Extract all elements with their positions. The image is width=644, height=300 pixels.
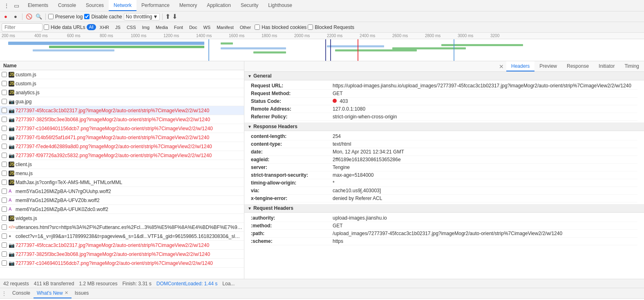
console-tab-console[interactable]: Console xyxy=(9,288,34,298)
row-checkbox[interactable] xyxy=(2,180,7,185)
disable-cache-label[interactable]: Disable cache xyxy=(84,14,122,20)
filter-input[interactable] xyxy=(2,23,42,31)
row-checkbox[interactable] xyxy=(2,72,7,77)
list-item[interactable]: A mem6YaGs126MiZpBA-UFUK0Zdc0.woff2 xyxy=(0,205,244,214)
filter-other-btn[interactable]: Other xyxy=(237,24,254,31)
list-item[interactable]: JS MathJax.js?config=TeX-AMS-MML_HTMLorM… xyxy=(0,178,244,187)
list-item[interactable]: 📷 7277397-c10469401156dcb7.png?imageMogr… xyxy=(0,124,244,133)
row-checkbox[interactable] xyxy=(2,198,7,203)
filter-js-btn[interactable]: JS xyxy=(113,24,123,31)
tab-preview[interactable]: Preview xyxy=(534,61,562,71)
list-item[interactable]: A mem5YaGs126MiZpBA-UN7rgOUuhp.woff2 xyxy=(0,187,244,196)
clear-button[interactable]: 🚫 xyxy=(25,13,33,21)
blocked-req-label[interactable]: Blocked Requests xyxy=(308,24,354,30)
tab-timing[interactable]: Timing xyxy=(619,61,644,71)
stop-button[interactable]: ● xyxy=(11,13,20,21)
list-item[interactable]: 📷 7277397-f097726a392c5832.png?imageMogr… xyxy=(0,151,244,160)
row-checkbox[interactable] xyxy=(2,242,7,248)
list-item[interactable]: 📷 7277397-3825f3bc3ee3b068.jpg?imageMogr… xyxy=(0,250,244,259)
whats-new-close-icon[interactable]: ✕ xyxy=(65,290,68,296)
list-item[interactable]: 📷 7277397-f14b56f25af1d471.png?imageMogr… xyxy=(0,133,244,142)
file-list-body[interactable]: JS custom.js JS custom.js JS analytics.j… xyxy=(0,70,244,279)
row-checkbox[interactable] xyxy=(2,189,7,194)
list-item[interactable]: JS widgets.js xyxy=(0,214,244,223)
throttle-selector[interactable]: No throttling ▼ xyxy=(124,13,160,20)
general-section-header[interactable]: ▼ General xyxy=(244,72,644,80)
row-checkbox[interactable] xyxy=(2,81,7,86)
devtools-pin-icon[interactable]: ⋮ xyxy=(2,2,11,10)
preserve-log-label[interactable]: Preserve log xyxy=(48,14,83,20)
tab-memory[interactable]: Memory xyxy=(174,0,202,11)
row-checkbox[interactable] xyxy=(2,117,7,122)
console-dots-icon[interactable]: ⋮ xyxy=(2,291,7,296)
hide-data-urls-label[interactable]: Hide data URLs xyxy=(44,24,85,30)
tab-initiator[interactable]: Initiator xyxy=(594,61,619,71)
detail-body[interactable]: ▼ General Request URL: https://upload-im… xyxy=(244,72,644,279)
tab-sources[interactable]: Sources xyxy=(81,0,109,11)
filter-css-btn[interactable]: CSS xyxy=(124,24,139,31)
blocked-req-checkbox[interactable] xyxy=(308,24,313,30)
disable-cache-checkbox[interactable] xyxy=(84,14,89,19)
filter-all-btn[interactable]: All xyxy=(87,24,96,30)
row-checkbox[interactable] xyxy=(2,216,7,221)
detail-close-button[interactable]: ✕ xyxy=(499,63,504,70)
list-item[interactable]: JS custom.js xyxy=(0,70,244,79)
row-checkbox[interactable] xyxy=(2,171,7,176)
list-item[interactable]: 📷 gua.jpg xyxy=(0,97,244,106)
filter-img-btn[interactable]: Img xyxy=(140,24,152,31)
tab-response[interactable]: Response xyxy=(562,61,594,71)
row-checkbox[interactable] xyxy=(2,135,7,140)
list-item[interactable]: </> utterances.html?src=https%3A%2F%2Fut… xyxy=(0,223,244,232)
download-button[interactable]: ⬇ xyxy=(172,13,177,20)
row-checkbox[interactable] xyxy=(2,233,7,239)
row-checkbox[interactable] xyxy=(2,126,7,131)
response-headers-section-header[interactable]: ▼ Response Headers xyxy=(244,122,644,131)
tab-lighthouse[interactable]: Lighthouse xyxy=(263,0,297,11)
list-item[interactable]: 📷 7277397-c10469401156dcb7.png?imageMogr… xyxy=(0,259,244,268)
tab-performance[interactable]: Performance xyxy=(136,0,174,11)
has-blocked-label[interactable]: Has blocked cookies xyxy=(255,24,306,30)
list-item[interactable]: JS menu.js xyxy=(0,169,244,178)
upload-button[interactable]: ⬆ xyxy=(165,13,170,20)
tab-network[interactable]: Network xyxy=(109,0,136,11)
list-item[interactable]: 📷 7277397-f7ede4d62889a8d0.png?imageMogr… xyxy=(0,142,244,151)
list-item[interactable]: A mem8YaGs126MiZpBA-UFVZ0b.woff2 xyxy=(0,196,244,205)
list-item[interactable]: JS client.js xyxy=(0,160,244,169)
list-item[interactable]: 📷 7277397-45fccac3c1b02317.jpg?imageMogr… xyxy=(0,241,244,250)
list-item[interactable]: ● collect?v=1&_v=j89&a=1178999238&t=page… xyxy=(0,232,244,241)
search-button[interactable]: 🔍 xyxy=(35,13,43,21)
filter-xhr-btn[interactable]: XHR xyxy=(97,24,112,31)
record-button[interactable]: ● xyxy=(2,13,10,21)
filter-font-btn[interactable]: Font xyxy=(172,24,186,31)
tab-application[interactable]: Application xyxy=(202,0,236,11)
row-checkbox[interactable] xyxy=(2,207,7,212)
row-checkbox[interactable] xyxy=(2,162,7,167)
row-checkbox[interactable] xyxy=(2,99,7,104)
list-item[interactable]: JS custom.js xyxy=(0,79,244,88)
list-item[interactable]: 📷 7277397-3825f3bc3ee3b068.jpg?imageMogr… xyxy=(0,115,244,124)
tab-headers[interactable]: Headers xyxy=(506,61,534,71)
filter-media-btn[interactable]: Media xyxy=(153,24,170,31)
row-checkbox[interactable] xyxy=(2,224,7,230)
list-item[interactable]: JS analytics.js xyxy=(0,88,244,97)
preserve-log-checkbox[interactable] xyxy=(48,14,54,19)
devtools-dock-icon[interactable]: ▭ xyxy=(12,2,20,10)
filter-doc-btn[interactable]: Doc xyxy=(187,24,200,31)
row-checkbox[interactable] xyxy=(2,144,7,149)
tab-console[interactable]: Console xyxy=(53,0,81,11)
filter-ws-btn[interactable]: WS xyxy=(201,24,213,31)
has-blocked-checkbox[interactable] xyxy=(255,24,260,30)
list-item[interactable]: 📷 7277397-45fccac3c1b02317.jpg?imageMogr… xyxy=(0,106,244,115)
row-checkbox[interactable] xyxy=(2,251,7,257)
hide-data-urls-checkbox[interactable] xyxy=(44,24,49,30)
request-headers-section-header[interactable]: ▼ Request Headers xyxy=(244,204,644,213)
tab-elements[interactable]: Elements xyxy=(23,0,53,11)
row-checkbox[interactable] xyxy=(2,260,7,266)
console-tab-whats-new[interactable]: What's New ✕ xyxy=(34,288,72,298)
row-checkbox[interactable] xyxy=(2,153,7,158)
console-tab-issues[interactable]: Issues xyxy=(72,288,92,298)
row-checkbox[interactable] xyxy=(2,108,7,113)
filter-manifest-btn[interactable]: Manifest xyxy=(214,24,236,31)
row-checkbox[interactable] xyxy=(2,90,7,95)
tab-security[interactable]: Security xyxy=(236,0,263,11)
